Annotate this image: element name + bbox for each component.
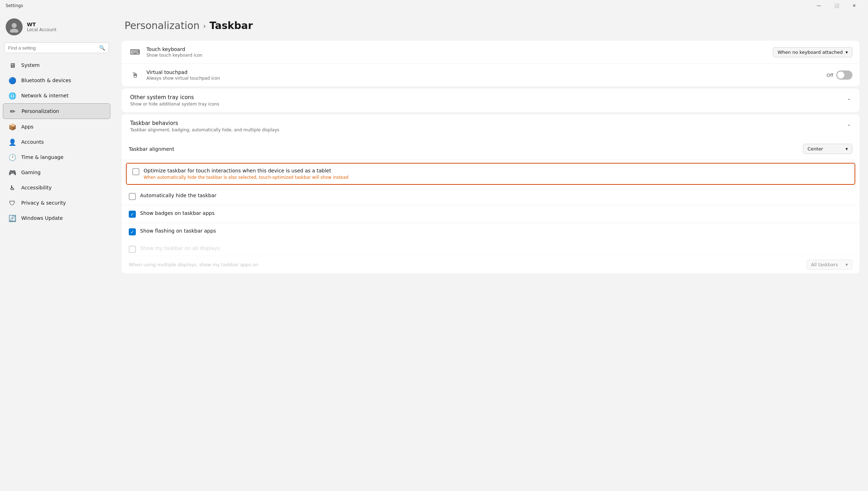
sidebar-item-privacy[interactable]: 🛡 Privacy & security [3,195,110,210]
sidebar-item-label-system: System [21,62,40,68]
sidebar-item-label-bluetooth: Bluetooth & devices [21,78,71,83]
sidebar-item-label-privacy: Privacy & security [21,200,66,206]
touch-keyboard-dropdown-value: When no keyboard attached [777,50,843,55]
sidebar-item-time[interactable]: 🕐 Time & language [3,150,110,165]
virtual-touchpad-desc: Always show virtual touchpad icon [146,76,827,81]
touch-keyboard-label: Touch keyboard [146,46,773,52]
checkbox-row-auto_hide: Automatically hide the taskbar [122,188,860,205]
sidebar-item-label-personalization: Personalization [22,108,59,114]
sidebar-item-bluetooth[interactable]: 🔵 Bluetooth & devices [3,73,110,88]
virtual-touchpad-row: 🖱 Virtual touchpad Always show virtual t… [122,64,860,86]
alignment-chevron-icon: ▾ [845,146,848,152]
accounts-icon: 👤 [8,138,16,146]
gaming-icon: 🎮 [8,169,16,176]
multi-display-chevron-icon: ▾ [845,262,848,267]
all-displays-checkbox[interactable] [129,246,136,253]
multi-display-label: When using multiple displays, show my ta… [129,262,258,267]
minimize-button[interactable]: — [811,0,827,11]
avatar [6,18,23,35]
sidebar-item-label-update: Windows Update [21,215,63,221]
checkbox-row-badges: Show badges on taskbar apps [122,205,860,223]
update-icon: 🔄 [8,214,16,222]
accessibility-icon: ♿ [8,184,16,192]
touch-keyboard-text: Touch keyboard Show touch keyboard icon [146,46,773,58]
breadcrumb-parent: Personalization [125,20,199,32]
checkbox-row-flashing: Show flashing on taskbar apps [122,223,860,240]
checkbox-content-optimize_touch: Optimize taskbar for touch interactions … [144,168,849,180]
bottom-row-label: Show my taskbar on all displays [140,245,852,251]
title-bar: Settings — ⬜ ✕ [0,0,868,11]
search-box[interactable]: 🔍 [4,42,109,53]
search-input[interactable] [8,45,96,51]
checkbox-sublabel-optimize_touch: When automatically hide the taskbar is a… [144,175,849,180]
sidebar-item-accounts[interactable]: 👤 Accounts [3,135,110,149]
sidebar-item-label-accessibility: Accessibility [21,185,52,190]
nav-list: 🖥 System 🔵 Bluetooth & devices 🌐 Network… [0,57,113,226]
checkbox-flashing[interactable] [129,228,136,235]
checkbox-row-optimize_touch: Optimize taskbar for touch interactions … [126,163,855,185]
other-tray-header[interactable]: Other system tray icons Show or hide add… [122,89,860,112]
touch-keyboard-dropdown[interactable]: When no keyboard attached ▾ [773,47,852,57]
user-profile: WT Local Account [0,14,113,42]
checkbox-label-badges: Show badges on taskbar apps [140,210,852,216]
checkbox-auto_hide[interactable] [129,193,136,200]
search-icon: 🔍 [99,45,105,51]
breadcrumb-separator: › [203,22,206,30]
checkbox-content-badges: Show badges on taskbar apps [140,210,852,216]
keyboard-icon: ⌨ [129,46,141,58]
other-tray-title: Other system tray icons [130,94,219,101]
behaviors-header-text: Taskbar behaviors Taskbar alignment, bad… [130,120,279,132]
breadcrumb-current: Taskbar [209,20,253,32]
behaviors-header[interactable]: Taskbar behaviors Taskbar alignment, bad… [122,114,860,138]
behaviors-section: Taskbar behaviors Taskbar alignment, bad… [122,114,860,273]
all-displays-content: Show my taskbar on all displays [140,245,852,251]
virtual-touchpad-toggle-label: Off [827,73,833,78]
behaviors-title: Taskbar behaviors [130,120,279,126]
user-name: WT [27,22,56,27]
virtual-touchpad-toggle[interactable] [836,70,852,80]
sidebar-item-apps[interactable]: 📦 Apps [3,119,110,134]
breadcrumb: Personalization › Taskbar [113,11,868,39]
behaviors-chevron: ⌃ [847,124,851,129]
time-icon: 🕐 [8,153,16,161]
window-controls: — ⬜ ✕ [811,0,862,11]
sidebar: WT Local Account 🔍 🖥 System 🔵 Bluetooth … [0,11,113,491]
sidebar-item-personalization[interactable]: ✏ Personalization [3,103,110,119]
touchpad-icon: 🖱 [129,69,141,81]
touch-keyboard-control[interactable]: When no keyboard attached ▾ [773,47,852,57]
main-content: Personalization › Taskbar ⌨ Touch keyboa… [113,11,868,491]
sidebar-item-accessibility[interactable]: ♿ Accessibility [3,180,110,195]
maximize-button[interactable]: ⬜ [828,0,845,11]
toggle-knob [837,72,844,79]
multi-display-dropdown[interactable]: All taskbars ▾ [806,259,852,270]
sidebar-item-network[interactable]: 🌐 Network & internet [3,88,110,103]
apps-icon: 📦 [8,123,16,131]
alignment-row: Taskbar alignment Center ▾ [122,138,860,160]
sidebar-item-update[interactable]: 🔄 Windows Update [3,211,110,225]
sidebar-item-gaming[interactable]: 🎮 Gaming [3,165,110,180]
sidebar-item-system[interactable]: 🖥 System [3,58,110,73]
bluetooth-icon: 🔵 [8,76,16,84]
checkbox-optimize_touch[interactable] [132,168,139,175]
close-button[interactable]: ✕ [846,0,862,11]
user-info: WT Local Account [27,22,56,32]
network-icon: 🌐 [8,92,16,99]
virtual-touchpad-control: Off [827,70,852,80]
sidebar-item-label-network: Network & internet [21,93,69,98]
alignment-dropdown[interactable]: Center ▾ [803,144,852,154]
privacy-icon: 🛡 [8,199,16,207]
other-tray-chevron: ⌃ [847,98,851,103]
checkbox-badges[interactable] [129,211,136,218]
alignment-label: Taskbar alignment [129,146,803,152]
touch-keyboard-desc: Show touch keyboard icon [146,53,773,58]
sidebar-item-label-accounts: Accounts [21,139,44,145]
multi-display-value: All taskbars [811,262,838,267]
bottom-row: Show my taskbar on all displays [122,240,860,256]
checkbox-label-auto_hide: Automatically hide the taskbar [140,193,852,198]
other-tray-desc: Show or hide additional system tray icon… [130,102,219,107]
svg-point-0 [12,23,17,28]
app-body: WT Local Account 🔍 🖥 System 🔵 Bluetooth … [0,11,868,491]
touch-keyboard-row: ⌨ Touch keyboard Show touch keyboard ico… [122,41,860,64]
sidebar-item-label-apps: Apps [21,124,34,130]
keyboard-touchpad-section: ⌨ Touch keyboard Show touch keyboard ico… [122,41,860,86]
